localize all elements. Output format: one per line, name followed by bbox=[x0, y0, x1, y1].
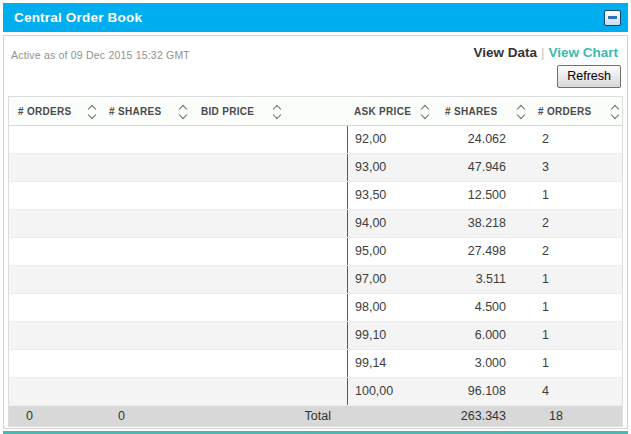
column-header-label: # ORDERS bbox=[18, 106, 72, 117]
bid-price-cell bbox=[192, 322, 286, 349]
table-row: 93,50 12.500 1 bbox=[9, 182, 622, 210]
bid-orders-cell bbox=[9, 350, 100, 377]
bid-price-cell bbox=[192, 210, 286, 237]
ask-price-cell: 99,14 bbox=[347, 350, 438, 377]
bid-shares-cell bbox=[100, 378, 192, 405]
bid-price-cell bbox=[192, 126, 286, 153]
table-row: 95,00 27.498 2 bbox=[9, 238, 622, 266]
bid-price-cell bbox=[192, 238, 286, 265]
spacer-cell bbox=[286, 210, 347, 237]
column-header-label: BID PRICE bbox=[201, 106, 254, 117]
bid-price-cell bbox=[192, 378, 286, 405]
bid-shares-cell bbox=[100, 210, 192, 237]
column-header-label: ASK PRICE bbox=[354, 106, 411, 117]
total-ask-orders: 18 bbox=[529, 406, 622, 426]
spacer-cell bbox=[286, 126, 347, 153]
ask-price-cell: 98,00 bbox=[347, 294, 438, 321]
ask-orders-cell: 1 bbox=[529, 350, 622, 377]
bid-shares-cell bbox=[100, 350, 192, 377]
table-row: 99,14 3.000 1 bbox=[9, 350, 622, 378]
ask-orders-cell: 2 bbox=[529, 126, 622, 153]
ask-price-cell: 100,00 bbox=[347, 378, 438, 405]
ask-shares-cell: 6.000 bbox=[438, 322, 529, 349]
total-label: Total bbox=[192, 406, 347, 426]
ask-orders-cell: 4 bbox=[529, 378, 622, 405]
column-header-bid-price[interactable]: BID PRICE bbox=[192, 97, 286, 125]
bid-orders-cell bbox=[9, 294, 100, 321]
bid-orders-cell bbox=[9, 378, 100, 405]
ask-price-cell: 99,10 bbox=[347, 322, 438, 349]
order-book-table: # ORDERS # SHARES BID PRICE ASK PRICE # … bbox=[8, 96, 623, 427]
view-chart-link[interactable]: View Chart bbox=[548, 45, 618, 60]
view-data-link[interactable]: View Data bbox=[473, 45, 537, 60]
ask-shares-cell: 4.500 bbox=[438, 294, 529, 321]
ask-shares-cell: 3.000 bbox=[438, 350, 529, 377]
widget-panel: Active as of 09 Dec 2015 15:32 GMT View … bbox=[3, 35, 628, 429]
ask-orders-cell: 2 bbox=[529, 238, 622, 265]
ask-price-cell: 95,00 bbox=[347, 238, 438, 265]
column-header-bid-orders[interactable]: # ORDERS bbox=[9, 97, 100, 125]
spacer-cell bbox=[286, 294, 347, 321]
view-toggle-separator: | bbox=[537, 45, 549, 60]
ask-price-cell: 92,00 bbox=[347, 126, 438, 153]
total-bid-orders: 0 bbox=[9, 406, 100, 426]
table-header-row: # ORDERS # SHARES BID PRICE ASK PRICE # … bbox=[9, 97, 622, 126]
bid-price-cell bbox=[192, 294, 286, 321]
column-header-ask-price[interactable]: ASK PRICE bbox=[347, 97, 438, 125]
widget-titlebar: Central Order Book bbox=[3, 3, 628, 32]
ask-price-cell: 93,50 bbox=[347, 182, 438, 209]
ask-orders-cell: 2 bbox=[529, 210, 622, 237]
table-row: 92,00 24.062 2 bbox=[9, 126, 622, 154]
column-header-ask-shares[interactable]: # SHARES bbox=[438, 97, 529, 125]
column-header-label: # SHARES bbox=[109, 106, 161, 117]
bid-shares-cell bbox=[100, 182, 192, 209]
table-row: 94,00 38.218 2 bbox=[9, 210, 622, 238]
bid-orders-cell bbox=[9, 126, 100, 153]
status-text: Active as of 09 Dec 2015 15:32 GMT bbox=[11, 45, 190, 61]
spacer-cell bbox=[286, 266, 347, 293]
meta-row: Active as of 09 Dec 2015 15:32 GMT View … bbox=[11, 45, 618, 61]
ask-orders-cell: 1 bbox=[529, 266, 622, 293]
minimize-icon bbox=[608, 16, 617, 19]
total-ask-shares: 263.343 bbox=[438, 406, 529, 426]
column-header-ask-orders[interactable]: # ORDERS bbox=[529, 97, 622, 125]
ask-shares-cell: 27.498 bbox=[438, 238, 529, 265]
ask-price-cell: 97,00 bbox=[347, 266, 438, 293]
refresh-button[interactable]: Refresh bbox=[557, 65, 621, 88]
column-header-label: # SHARES bbox=[445, 106, 497, 117]
spacer-cell bbox=[286, 182, 347, 209]
ask-shares-cell: 96.108 bbox=[438, 378, 529, 405]
table-row: 99,10 6.000 1 bbox=[9, 322, 622, 350]
ask-orders-cell: 1 bbox=[529, 294, 622, 321]
bid-shares-cell bbox=[100, 294, 192, 321]
bid-price-cell bbox=[192, 154, 286, 181]
bid-shares-cell bbox=[100, 238, 192, 265]
bid-price-cell bbox=[192, 266, 286, 293]
bid-orders-cell bbox=[9, 322, 100, 349]
column-header-bid-shares[interactable]: # SHARES bbox=[100, 97, 192, 125]
sort-updown-icon[interactable] bbox=[88, 104, 97, 118]
sort-updown-icon[interactable] bbox=[179, 104, 188, 118]
table-row: 97,00 3.511 1 bbox=[9, 266, 622, 294]
bid-shares-cell bbox=[100, 154, 192, 181]
bid-price-cell bbox=[192, 350, 286, 377]
view-toggle: View Data|View Chart bbox=[473, 45, 618, 60]
spacer-cell bbox=[286, 350, 347, 377]
sort-updown-icon[interactable] bbox=[421, 104, 430, 118]
bid-shares-cell bbox=[100, 322, 192, 349]
ask-orders-cell: 3 bbox=[529, 154, 622, 181]
table-body: 92,00 24.062 2 93,00 47.946 3 93,50 12.5… bbox=[9, 126, 622, 406]
ask-orders-cell: 1 bbox=[529, 182, 622, 209]
ask-price-cell: 94,00 bbox=[347, 210, 438, 237]
minimize-button[interactable] bbox=[604, 10, 621, 26]
sort-updown-icon[interactable] bbox=[611, 104, 620, 118]
sort-updown-icon[interactable] bbox=[517, 104, 526, 118]
ask-price-cell: 93,00 bbox=[347, 154, 438, 181]
ask-shares-cell: 24.062 bbox=[438, 126, 529, 153]
total-bid-shares: 0 bbox=[100, 406, 192, 426]
table-row: 93,00 47.946 3 bbox=[9, 154, 622, 182]
total-row: 0 0 Total 263.343 18 bbox=[9, 406, 622, 426]
sort-updown-icon[interactable] bbox=[273, 104, 282, 118]
spacer-cell bbox=[286, 378, 347, 405]
table-row: 98,00 4.500 1 bbox=[9, 294, 622, 322]
